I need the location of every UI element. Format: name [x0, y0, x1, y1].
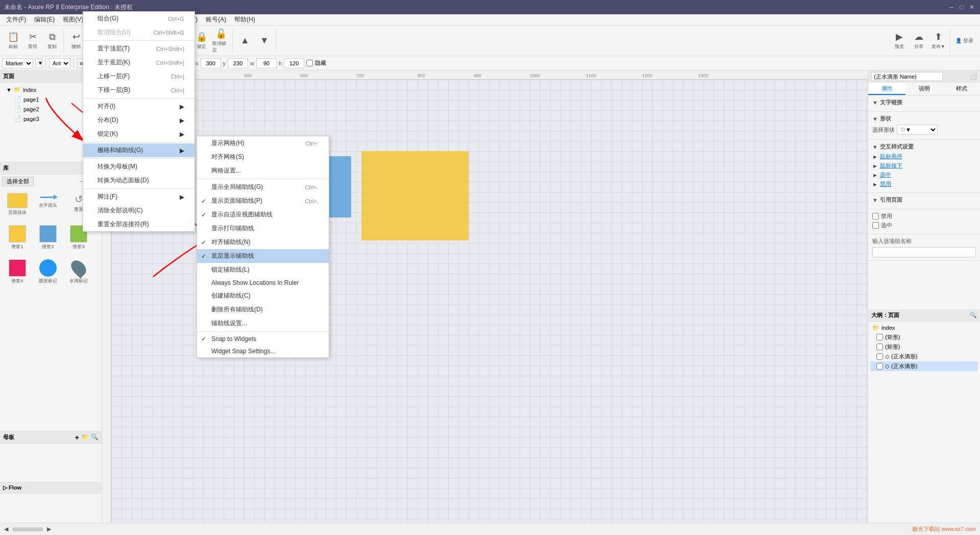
- grid-submenu-popup: 显示网格(H) Ctrl+' 对齐网格(S) 网格设置... 显示全局辅助线(G…: [197, 136, 329, 358]
- menu-to-dynamic[interactable]: 转换为动态面板(D): [83, 174, 194, 187]
- window-controls: ─ □ ✕: [947, 3, 976, 11]
- menu-to-top[interactable]: 置于顶层(T) Ctrl+Shift+]: [83, 42, 194, 56]
- menu-reset-connectors[interactable]: 重置全部连接符(R): [83, 217, 194, 231]
- menu-clear-notes[interactable]: 清除全部说明(C): [83, 204, 194, 217]
- submenu-delete-all-guides[interactable]: 删除所有辅助线(D): [197, 303, 329, 317]
- submenu-bottom-guide[interactable]: ✓ 底层显示辅助线: [197, 249, 329, 263]
- menu-align[interactable]: 对齐(I) ▶: [83, 100, 194, 113]
- menu-to-master[interactable]: 转换为母板(M): [83, 160, 194, 174]
- check-icon13: ✓: [201, 335, 206, 343]
- menu-up-one[interactable]: 上移一层(F) Ctrl+]: [83, 69, 194, 83]
- sep4: [83, 158, 194, 159]
- sep5: [83, 188, 194, 189]
- submenu-create-guide[interactable]: 创建辅助线(C): [197, 289, 329, 303]
- submenu-show-print-guide[interactable]: 显示打印辅助线: [197, 222, 329, 235]
- submenu-snap-widgets[interactable]: ✓ Snap to Widgets: [197, 333, 329, 345]
- menu-distribute[interactable]: 分布(D) ▶: [83, 113, 194, 127]
- menu-footnote[interactable]: 脚注(F) ▶: [83, 190, 194, 204]
- submenu-grid-settings[interactable]: 网格设置...: [197, 164, 329, 178]
- menu-combine[interactable]: 组合(G) Ctrl+G: [83, 12, 194, 26]
- menu-overlay: 组合(G) Ctrl+G 取消组合(U) Ctrl+Shift+G 置于顶层(T…: [0, 11, 980, 535]
- layout-menu-popup: 组合(G) Ctrl+G 取消组合(U) Ctrl+Shift+G 置于顶层(T…: [83, 11, 195, 232]
- menu-lock[interactable]: 锁定(K) ▶: [83, 127, 194, 141]
- submenu-snap-guide[interactable]: ✓ 对齐辅助线(N): [197, 235, 329, 249]
- submenu-snap-grid[interactable]: 对齐网格(S): [197, 150, 329, 164]
- sep2: [83, 98, 194, 99]
- submenu-lock-guide[interactable]: 锁定辅助线(L): [197, 263, 329, 277]
- submenu-show-grid[interactable]: 显示网格(H) Ctrl+': [197, 136, 329, 150]
- menu-grid-guides[interactable]: 栅格和辅助线(G) ▶: [83, 143, 194, 157]
- sep-grid1: [197, 179, 329, 179]
- submenu-guide-settings[interactable]: 辅助线设置...: [197, 317, 329, 330]
- submenu-show-page-guide[interactable]: ✓ 显示页面辅助线(P) Ctrl+,: [197, 194, 329, 208]
- sep1: [83, 40, 194, 41]
- sep-grid2: [197, 331, 329, 332]
- submenu-show-global-guide[interactable]: 显示全局辅助线(G) Ctrl+.: [197, 180, 329, 194]
- submenu-show-adaptive-guide[interactable]: ✓ 显示自适应视图辅助线: [197, 208, 329, 222]
- check-icon7: ✓: [201, 239, 206, 246]
- maximize-button[interactable]: □: [958, 3, 966, 11]
- sep3: [83, 142, 194, 142]
- menu-uncombine: 取消组合(U) Ctrl+Shift+G: [83, 26, 194, 39]
- check-icon5: ✓: [201, 211, 206, 218]
- minimize-button[interactable]: ─: [947, 3, 955, 11]
- check-icon4: ✓: [201, 198, 206, 205]
- menu-to-bottom[interactable]: 至于底层(K) Ctrl+Shift+[: [83, 56, 194, 69]
- submenu-widget-snap-settings[interactable]: Widget Snap Settings...: [197, 345, 329, 357]
- submenu-always-show-ruler[interactable]: Always Show Locations In Ruler: [197, 277, 329, 289]
- title-text: 未命名 - Axure RP 8 Enterprise Edition : 未授…: [4, 3, 133, 12]
- menu-down-one[interactable]: 下移一层(B) Ctrl+[: [83, 83, 194, 97]
- close-button[interactable]: ✕: [968, 3, 976, 11]
- check-icon8: ✓: [201, 253, 206, 260]
